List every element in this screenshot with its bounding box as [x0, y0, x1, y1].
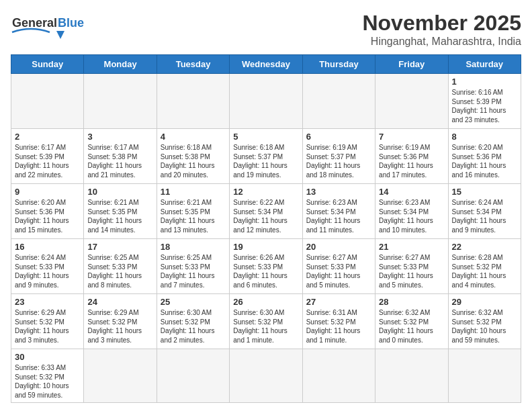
day-3: 3 Sunrise: 6:17 AM Sunset: 5:38 PM Dayli… — [84, 129, 157, 184]
svg-marker-2 — [56, 31, 64, 39]
logo: General Blue — [11, 11, 85, 43]
week-row-4: 16 Sunrise: 6:24 AM Sunset: 5:33 PM Dayl… — [11, 239, 521, 294]
empty-cell — [375, 349, 448, 403]
month-title: November 2025 — [362, 11, 521, 36]
day-10: 10 Sunrise: 6:21 AM Sunset: 5:35 PM Dayl… — [84, 184, 157, 239]
svg-text:Blue: Blue — [58, 16, 84, 30]
day-5: 5 Sunrise: 6:18 AM Sunset: 5:37 PM Dayli… — [230, 129, 302, 184]
empty-cell — [84, 349, 157, 403]
logo-svg: General Blue — [11, 11, 85, 43]
weekday-header-row: Sunday Monday Tuesday Wednesday Thursday… — [11, 55, 521, 74]
day-30: 30 Sunrise: 6:33 AM Sunset: 5:32 PM Dayl… — [11, 349, 84, 403]
svg-text:General: General — [12, 16, 57, 30]
day-11: 11 Sunrise: 6:21 AM Sunset: 5:35 PM Dayl… — [157, 184, 229, 239]
empty-cell — [230, 74, 302, 129]
header-tuesday: Tuesday — [157, 55, 229, 74]
day-22: 22 Sunrise: 6:28 AM Sunset: 5:32 PM Dayl… — [448, 239, 521, 294]
header-thursday: Thursday — [302, 55, 375, 74]
header-friday: Friday — [375, 55, 448, 74]
week-row-2: 2 Sunrise: 6:17 AM Sunset: 5:39 PM Dayli… — [11, 129, 521, 184]
day-9: 9 Sunrise: 6:20 AM Sunset: 5:36 PM Dayli… — [11, 184, 84, 239]
day-27: 27 Sunrise: 6:31 AM Sunset: 5:32 PM Dayl… — [302, 294, 375, 349]
calendar-table: Sunday Monday Tuesday Wednesday Thursday… — [11, 54, 521, 403]
empty-cell — [84, 74, 157, 129]
day-13: 13 Sunrise: 6:23 AM Sunset: 5:34 PM Dayl… — [302, 184, 375, 239]
empty-cell — [302, 349, 375, 403]
day-1: 1 Sunrise: 6:16 AM Sunset: 5:39 PM Dayli… — [448, 74, 521, 129]
day-29: 29 Sunrise: 6:32 AM Sunset: 5:32 PM Dayl… — [448, 294, 521, 349]
week-row-6: 30 Sunrise: 6:33 AM Sunset: 5:32 PM Dayl… — [11, 349, 521, 403]
week-row-1: 1 Sunrise: 6:16 AM Sunset: 5:39 PM Dayli… — [11, 74, 521, 129]
title-area: November 2025 Hinganghat, Maharashtra, I… — [362, 11, 521, 48]
page-header: General Blue November 2025 Hinganghat, M… — [11, 11, 521, 48]
week-row-3: 9 Sunrise: 6:20 AM Sunset: 5:36 PM Dayli… — [11, 184, 521, 239]
empty-cell — [157, 349, 229, 403]
header-saturday: Saturday — [448, 55, 521, 74]
header-sunday: Sunday — [11, 55, 84, 74]
day-21: 21 Sunrise: 6:27 AM Sunset: 5:33 PM Dayl… — [375, 239, 448, 294]
day-6: 6 Sunrise: 6:19 AM Sunset: 5:37 PM Dayli… — [302, 129, 375, 184]
day-24: 24 Sunrise: 6:29 AM Sunset: 5:32 PM Dayl… — [84, 294, 157, 349]
day-12: 12 Sunrise: 6:22 AM Sunset: 5:34 PM Dayl… — [230, 184, 302, 239]
empty-cell — [375, 74, 448, 129]
day-8: 8 Sunrise: 6:20 AM Sunset: 5:36 PM Dayli… — [448, 129, 521, 184]
day-16: 16 Sunrise: 6:24 AM Sunset: 5:33 PM Dayl… — [11, 239, 84, 294]
day-19: 19 Sunrise: 6:26 AM Sunset: 5:33 PM Dayl… — [230, 239, 302, 294]
day-28: 28 Sunrise: 6:32 AM Sunset: 5:32 PM Dayl… — [375, 294, 448, 349]
day-26: 26 Sunrise: 6:30 AM Sunset: 5:32 PM Dayl… — [230, 294, 302, 349]
day-20: 20 Sunrise: 6:27 AM Sunset: 5:33 PM Dayl… — [302, 239, 375, 294]
location-subtitle: Hinganghat, Maharashtra, India — [362, 36, 521, 48]
header-monday: Monday — [84, 55, 157, 74]
week-row-5: 23 Sunrise: 6:29 AM Sunset: 5:32 PM Dayl… — [11, 294, 521, 349]
day-25: 25 Sunrise: 6:30 AM Sunset: 5:32 PM Dayl… — [157, 294, 229, 349]
header-wednesday: Wednesday — [230, 55, 302, 74]
day-4: 4 Sunrise: 6:18 AM Sunset: 5:38 PM Dayli… — [157, 129, 229, 184]
day-15: 15 Sunrise: 6:24 AM Sunset: 5:34 PM Dayl… — [448, 184, 521, 239]
empty-cell — [157, 74, 229, 129]
day-18: 18 Sunrise: 6:25 AM Sunset: 5:33 PM Dayl… — [157, 239, 229, 294]
day-14: 14 Sunrise: 6:23 AM Sunset: 5:34 PM Dayl… — [375, 184, 448, 239]
empty-cell — [230, 349, 302, 403]
day-2: 2 Sunrise: 6:17 AM Sunset: 5:39 PM Dayli… — [11, 129, 84, 184]
day-7: 7 Sunrise: 6:19 AM Sunset: 5:36 PM Dayli… — [375, 129, 448, 184]
empty-cell — [448, 349, 521, 403]
empty-cell — [11, 74, 84, 129]
empty-cell — [302, 74, 375, 129]
day-23: 23 Sunrise: 6:29 AM Sunset: 5:32 PM Dayl… — [11, 294, 84, 349]
day-17: 17 Sunrise: 6:25 AM Sunset: 5:33 PM Dayl… — [84, 239, 157, 294]
